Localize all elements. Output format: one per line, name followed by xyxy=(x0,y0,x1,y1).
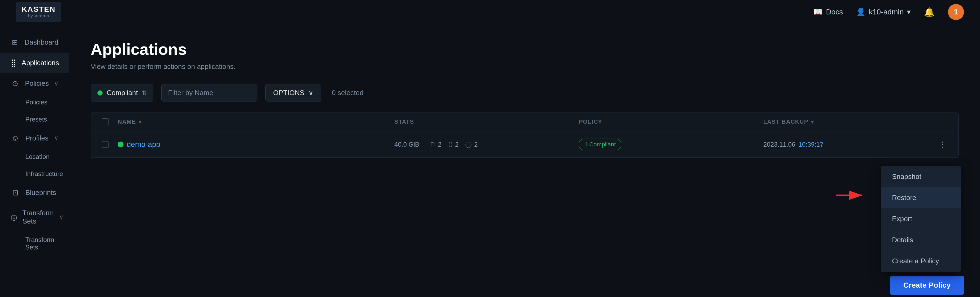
context-menu-label-details: Details xyxy=(892,236,913,244)
options-button[interactable]: OPTIONS ∨ xyxy=(266,84,321,102)
sidebar-label-policies: Policies xyxy=(25,79,49,88)
dashboard-icon: ⊞ xyxy=(11,38,19,47)
sidebar-item-blueprints[interactable]: ⊡ Blueprints xyxy=(0,182,69,203)
row-name-cell: demo-app xyxy=(118,140,394,149)
context-menu: Snapshot Restore Export Details Create a… xyxy=(881,166,961,272)
row-policy-cell: 1 Compliant xyxy=(579,139,764,150)
page-subtitle: View details or perform actions on appli… xyxy=(91,62,959,71)
app-status-dot xyxy=(118,142,124,147)
notifications-bell[interactable]: 🔔 xyxy=(924,7,935,17)
profiles-icon: ☺ xyxy=(11,134,20,142)
compliant-status-dot xyxy=(97,90,103,96)
policy-badge: 1 Compliant xyxy=(579,139,621,150)
stat-value-2: 2 xyxy=(455,141,458,148)
options-chevron-icon: ∨ xyxy=(309,89,313,97)
table-header: NAME ▾ STATS POLICY LAST BACKUP ▾ xyxy=(91,112,958,131)
sidebar-sub-item-infrastructure[interactable]: Infrastructure xyxy=(0,165,69,182)
sidebar-label-blueprints: Blueprints xyxy=(25,188,59,197)
stat-item-1: 🗋 2 xyxy=(430,141,441,148)
user-person-icon: 👤 xyxy=(856,8,865,16)
sidebar-label-profiles: Profiles xyxy=(25,134,49,142)
filter-label: Compliant xyxy=(107,89,138,97)
toolbar: Compliant ⇅ Filter by Name OPTIONS ∨ 0 s… xyxy=(91,84,959,102)
avatar[interactable]: 1 xyxy=(948,4,964,20)
app-container: KASTEN by Veeam 📖 Docs 👤 k10-admin ▾ 🔔 1… xyxy=(0,0,980,297)
sidebar-item-transform-sets[interactable]: ◎ Transform Sets ∨ xyxy=(0,203,69,231)
context-menu-label-snapshot: Snapshot xyxy=(892,172,921,181)
header-name-col[interactable]: NAME ▾ xyxy=(118,118,394,125)
context-menu-item-create-policy[interactable]: Create a Policy xyxy=(881,251,961,271)
row-checkbox[interactable] xyxy=(102,141,108,148)
sidebar-sub-item-transform-sets[interactable]: Transform Sets xyxy=(0,231,69,256)
sidebar-sub-item-location[interactable]: Location xyxy=(0,148,69,165)
sidebar-label-applications: Applications xyxy=(22,59,59,67)
select-all-checkbox[interactable] xyxy=(102,118,108,125)
options-label: OPTIONS xyxy=(273,89,304,97)
docs-label: Docs xyxy=(826,8,843,16)
sidebar: ⊞ Dashboard ⣿ Applications ⊙ Policies ∨ … xyxy=(0,24,69,297)
search-input[interactable]: Filter by Name xyxy=(161,84,258,102)
filter-dropdown[interactable]: Compliant ⇅ xyxy=(91,84,153,102)
header-stats-label: STATS xyxy=(394,118,414,125)
filter-chevron-icon: ⇅ xyxy=(142,89,147,96)
policies-chevron-icon: ∨ xyxy=(54,80,59,87)
sidebar-item-applications[interactable]: ⣿ Applications xyxy=(0,53,69,73)
sidebar-item-policies[interactable]: ⊙ Policies ∨ xyxy=(0,73,69,94)
sidebar-label-dashboard: Dashboard xyxy=(25,38,59,46)
logo-box: KASTEN by Veeam xyxy=(16,2,61,22)
user-chevron-icon: ▾ xyxy=(907,8,911,16)
search-placeholder: Filter by Name xyxy=(168,89,213,97)
backup-time: 10:39:17 xyxy=(799,141,823,148)
context-menu-label-export: Export xyxy=(892,215,912,223)
top-nav: KASTEN by Veeam 📖 Docs 👤 k10-admin ▾ 🔔 1 xyxy=(0,0,980,24)
arrow-pointer xyxy=(836,187,868,205)
row-menu-button[interactable]: ⋮ xyxy=(937,138,948,150)
header-lastbackup-col[interactable]: LAST BACKUP ▾ xyxy=(763,118,948,125)
page-title: Applications xyxy=(91,40,959,59)
app-size: 40.0 GiB xyxy=(394,141,419,148)
context-menu-label-restore: Restore xyxy=(892,194,916,202)
main-layout: ⊞ Dashboard ⣿ Applications ⊙ Policies ∨ … xyxy=(0,24,980,297)
app-name-label[interactable]: demo-app xyxy=(127,140,160,149)
context-menu-item-details[interactable]: Details xyxy=(881,230,961,251)
header-policy-col: POLICY xyxy=(579,118,764,125)
file-icon: 🗋 xyxy=(430,141,436,148)
policies-icon: ⊙ xyxy=(11,79,19,88)
layer-icon: ⟨⟩ xyxy=(448,141,453,148)
user-label: k10-admin xyxy=(869,8,904,16)
stat-item-3: ◯ 2 xyxy=(465,141,477,148)
docs-book-icon: 📖 xyxy=(813,8,822,16)
logo-by-veeam: by Veeam xyxy=(28,14,49,18)
context-menu-item-export[interactable]: Export xyxy=(881,208,961,230)
sidebar-sub-label-presets: Presets xyxy=(25,116,47,123)
row-backup-cell: 2023.11.06 10:39:17 ⋮ xyxy=(763,138,948,150)
context-menu-item-snapshot[interactable]: Snapshot xyxy=(881,166,961,187)
sidebar-sub-label-infrastructure: Infrastructure xyxy=(25,170,63,177)
table-row: demo-app 40.0 GiB 🗋 2 ⟨⟩ 2 ◯ xyxy=(91,131,958,158)
applications-icon: ⣿ xyxy=(11,59,16,67)
circle-icon: ◯ xyxy=(465,141,472,148)
lastbackup-sort-icon: ▾ xyxy=(811,118,814,125)
transform-sets-chevron-icon: ∨ xyxy=(59,214,64,220)
row-checkbox-cell xyxy=(102,141,118,148)
context-menu-item-restore[interactable]: Restore xyxy=(881,187,961,208)
header-lastbackup-label: LAST BACKUP xyxy=(763,118,808,125)
header-policy-label: POLICY xyxy=(579,118,602,125)
header-name-label: NAME xyxy=(118,118,136,125)
sidebar-item-profiles[interactable]: ☺ Profiles ∨ xyxy=(0,128,69,148)
bottom-bar: Create Policy xyxy=(69,273,980,297)
sidebar-sub-label-transform-sets: Transform Sets xyxy=(25,236,59,251)
profiles-chevron-icon: ∨ xyxy=(54,135,59,142)
create-policy-button[interactable]: Create Policy xyxy=(890,276,964,295)
stat-item-2: ⟨⟩ 2 xyxy=(448,141,458,148)
docs-link[interactable]: 📖 Docs xyxy=(813,8,843,16)
sidebar-sub-item-policies[interactable]: Policies xyxy=(0,94,69,111)
sidebar-item-dashboard[interactable]: ⊞ Dashboard xyxy=(0,32,69,53)
sidebar-sub-item-presets[interactable]: Presets xyxy=(0,111,69,128)
user-menu[interactable]: 👤 k10-admin ▾ xyxy=(856,8,911,16)
stat-value-3: 2 xyxy=(474,141,477,148)
header-checkbox-col xyxy=(102,118,118,125)
selected-count: 0 selected xyxy=(332,89,364,97)
transform-sets-icon: ◎ xyxy=(11,213,17,222)
name-sort-icon: ▾ xyxy=(139,118,142,125)
